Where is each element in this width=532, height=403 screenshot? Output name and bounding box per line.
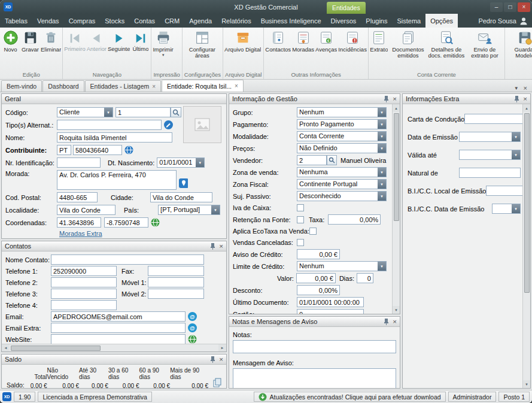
- cod-postal-input[interactable]: [57, 192, 98, 202]
- menu-relatorios[interactable]: Relatórios: [217, 14, 256, 28]
- incidencias-button[interactable]: Incidências: [338, 28, 367, 53]
- scroll-left-icon[interactable]: [2, 344, 10, 352]
- nr-identificacao-input[interactable]: [57, 157, 101, 168]
- tab-bem-vindo[interactable]: Bem-vindo: [1, 80, 42, 92]
- tipos-alternat-input[interactable]: [57, 120, 162, 130]
- scrollbar-thumb[interactable]: [394, 113, 399, 221]
- ultimo-button[interactable]: Último: [130, 28, 150, 52]
- cidade-input[interactable]: [150, 192, 212, 202]
- scrollbar-thumb[interactable]: [524, 113, 530, 293]
- configurar-areas-button[interactable]: Configurar áreas: [183, 28, 221, 59]
- pagamento-select[interactable]: Pronto Pagamento: [297, 119, 387, 129]
- longitude-input[interactable]: [104, 217, 148, 228]
- scroll-right-icon[interactable]: [218, 344, 226, 352]
- gestao-vscrollbar[interactable]: [392, 104, 400, 314]
- coordinates-map-icon[interactable]: [151, 218, 160, 227]
- menu-agenda[interactable]: Agenda: [184, 14, 217, 28]
- imprimir-button[interactable]: Imprimir ▼: [152, 28, 174, 57]
- menu-vendas[interactable]: Vendas: [32, 14, 64, 28]
- contribuinte-input[interactable]: [73, 145, 122, 155]
- taxa-input[interactable]: [328, 214, 381, 225]
- tab-list-icon[interactable]: ▼: [514, 86, 519, 91]
- menu-business-inteligence[interactable]: Business Inteligence: [256, 14, 326, 28]
- envio-extrato-button[interactable]: Envio de extrato por email: [466, 28, 504, 60]
- email-extra-icon[interactable]: [188, 323, 197, 332]
- vendas-canceladas-checkbox[interactable]: [297, 239, 304, 246]
- map-icon[interactable]: [179, 178, 188, 187]
- menu-compras[interactable]: Compras: [64, 14, 101, 28]
- movel1-input[interactable]: [148, 277, 204, 287]
- edit-icon[interactable]: [164, 120, 173, 129]
- zona-fiscal-select[interactable]: Continente Portugal: [297, 179, 387, 189]
- photo-placeholder[interactable]: [183, 106, 221, 143]
- panel-close-icon[interactable]: ×: [523, 95, 527, 102]
- close-tab-icon[interactable]: ×: [524, 84, 527, 92]
- suj-passivo-select[interactable]: Desconhecido: [297, 191, 387, 201]
- extrato-button[interactable]: Extrato: [369, 28, 389, 53]
- grupo-select[interactable]: Nenhum: [297, 107, 387, 117]
- arquivo-digital-button[interactable]: Arquivo Digital: [224, 28, 262, 53]
- carta-conducao-input[interactable]: [464, 114, 526, 124]
- scroll-down-icon[interactable]: [523, 380, 531, 388]
- telefone3-input[interactable]: [51, 289, 117, 299]
- iva-caixa-checkbox[interactable]: [297, 204, 304, 211]
- website-input[interactable]: [51, 334, 186, 344]
- codigo-search-button[interactable]: [171, 107, 181, 117]
- scroll-down-icon[interactable]: [393, 306, 400, 314]
- menu-sistema[interactable]: Sistema: [392, 14, 425, 28]
- scrollbar-thumb[interactable]: [11, 346, 101, 351]
- retencao-checkbox[interactable]: [297, 216, 304, 223]
- codigo-input[interactable]: [115, 107, 171, 117]
- close-button[interactable]: ×: [518, 2, 530, 12]
- novo-button[interactable]: Novo: [1, 28, 20, 53]
- codigo-tipo-select[interactable]: Cliente: [57, 107, 113, 117]
- desconto-input[interactable]: [297, 285, 340, 295]
- tab-dashboard[interactable]: Dashboard: [42, 80, 84, 92]
- morada-input[interactable]: Av. Dr. Carlos P. Ferreira, 470: [57, 170, 177, 190]
- primeiro-button[interactable]: Primeiro: [63, 28, 86, 52]
- contribuinte-pais-input[interactable]: [57, 145, 71, 155]
- pais-select[interactable]: [PT, Portugal]: [158, 205, 220, 215]
- fax-input[interactable]: [148, 266, 204, 276]
- natural-de-input[interactable]: [459, 168, 521, 178]
- panel-close-icon[interactable]: ×: [219, 243, 223, 250]
- user-area[interactable]: Pedro Sousa: [478, 14, 532, 28]
- menu-diversos[interactable]: Diversos: [326, 14, 361, 28]
- scroll-up-icon[interactable]: [393, 104, 400, 112]
- pin-icon[interactable]: [514, 95, 519, 102]
- avencas-button[interactable]: € Avenças: [315, 28, 338, 53]
- dt-nascimento-select[interactable]: 01/01/0001: [157, 157, 205, 168]
- extra-vscrollbar[interactable]: [522, 104, 530, 388]
- precos-select[interactable]: Não Definido: [297, 143, 387, 153]
- moradas-extra-link[interactable]: Moradas Extra: [59, 230, 102, 237]
- documentos-emitidos-button[interactable]: Documentos emitidos: [389, 28, 427, 59]
- eliminar-button[interactable]: Eliminar: [40, 28, 62, 53]
- guardar-modelo-button[interactable]: Guardar Modelo: [506, 28, 532, 59]
- ecotaxa-checkbox[interactable]: [309, 228, 317, 235]
- telefone4-input[interactable]: [51, 300, 117, 310]
- tab-entidade-roquita[interactable]: Entidade: Roquita Isil... ×: [162, 80, 244, 92]
- aviso-credito-input[interactable]: [297, 249, 340, 259]
- moradas-button[interactable]: Moradas: [291, 28, 315, 53]
- vendedor-input[interactable]: [297, 155, 327, 165]
- context-tab-entidades[interactable]: Entidades: [327, 2, 366, 14]
- vendedor-search-button[interactable]: [327, 155, 337, 165]
- update-notification[interactable]: Atualizações encontradas! Clique aqui pa…: [254, 392, 446, 402]
- nome-contato-input[interactable]: [51, 254, 204, 265]
- bicc-data-emissao-select[interactable]: [492, 204, 521, 214]
- scroll-up-icon[interactable]: [523, 104, 531, 112]
- valor-input[interactable]: [296, 273, 336, 283]
- seguinte-button[interactable]: Seguinte: [107, 28, 131, 52]
- ultimo-documento-input[interactable]: [297, 297, 364, 307]
- mensagem-aviso-input[interactable]: [233, 368, 396, 388]
- copy-icon[interactable]: [213, 378, 221, 388]
- nome-input[interactable]: [57, 132, 172, 143]
- anterior-button[interactable]: Anterior: [86, 28, 107, 52]
- menu-opcoes[interactable]: Opções: [425, 14, 458, 28]
- panel-close-icon[interactable]: ×: [393, 95, 397, 102]
- maximize-button[interactable]: □: [504, 2, 516, 12]
- contactos-button[interactable]: Contactos: [265, 28, 291, 53]
- modalidade-select[interactable]: Conta Corrente: [297, 131, 387, 141]
- data-emissao-select[interactable]: [459, 132, 521, 142]
- notas-input[interactable]: [233, 340, 396, 353]
